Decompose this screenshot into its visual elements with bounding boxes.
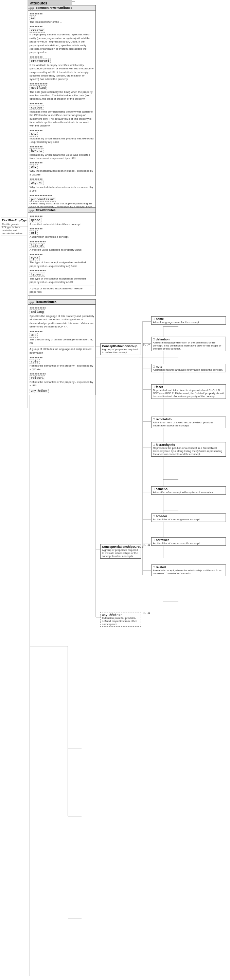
field-qcode: ▪▪▪▪▪▪▪▪ qcode A qualified code which id… [30,215,94,226]
definition-field: definition [155,338,170,341]
concept-def-multiplicity: 0..∞ [143,343,150,346]
field-xmllang-name: xmllang [30,309,45,314]
broader-desc: An identifier of a more general concept. [153,518,224,521]
same-as-box: □ sameAs A identifier of a concept with … [151,486,226,495]
narrower-icon: □ [153,538,155,542]
remote-info-icon: □ [153,418,155,421]
field-id-name: id [30,15,36,20]
remote-info-field: remoteInfo [155,418,171,421]
flex-attributes-content: ▪▪▪▪▪▪▪▪ qcode A qualified code which id… [28,213,95,296]
remote-info-box: □ remoteInfo A link to an item or a web … [151,417,226,428]
broader-icon: □ [153,514,155,518]
field-creator: ▪▪▪▪▪▪▪▪ creator If the property value i… [30,25,94,54]
field-roleuri: ▪▪▪▪▪▪▪▪▪▪ roleuri Refines the semantics… [30,372,94,388]
field-howuri-name: howuri [30,148,43,153]
field-dir-desc: The directionality of textual content (e… [30,338,94,345]
flex1-title: Flex1RolePropType [2,219,26,222]
flex1-role-prop-type-label: Flex1RolePropType Flexible generic PCLty… [1,218,27,236]
field-uri: ▪▪▪▪▪▪▪▪ uri A URI which identifies a co… [30,227,94,239]
flex1-desc: Flexible generic PCLtype for both contro… [2,223,26,235]
same-as-field: sameAs [155,487,168,491]
narrower-desc: An identifier of a more specific concept… [153,542,224,545]
hierarchy-info-field: hierarchyInfo [155,443,175,447]
field-modified-name: modified [30,85,47,90]
broader-field: broader [155,514,167,518]
field-type-desc: The type of the concept assigned as cont… [30,261,94,268]
any-other-bottom-box: any ##other Extension point for provider… [100,612,141,627]
field-whyuri-desc: Why the metadata has been included - exp… [30,186,94,193]
hierarchy-info-box: □ hierarchyInfo Represents the position … [151,442,226,457]
definition-desc: A natural language definition of the sem… [153,341,224,350]
field-whyuri-name: whyuri [30,181,43,185]
title-text: attributes [30,1,47,5]
any-other-bottom-name: any ##other [102,613,139,617]
field-creatoruri: ▪▪▪▪▪▪▪▪ creatoruri If the attribute is … [30,56,94,81]
same-as-icon: □ [153,487,155,491]
field-modified-desc: The date (and optionally the time) when … [30,91,94,101]
concept-rel-multiplicity: 0..∞ [143,543,150,547]
field-uri-desc: A URI which identifies a concept. [30,235,94,239]
flex-attributes-title: grp flexAttributes [28,208,95,213]
field-how: ▪▪▪▪▪▪▪▪ how Indicates by which means th… [30,129,94,144]
field-role: ▪▪▪▪▪▪▪▪ role Refines the semantics of t… [30,356,94,371]
field-custom-desc: Indicates if the corresponding property … [30,110,94,128]
concept-definition-group-connector: ConceptDefinitionGroup A group of proper… [100,344,141,355]
field-role-name: role [30,359,40,364]
i18n-bottom-desc: A group of attributes for language and s… [30,346,94,355]
related-icon: □ [153,565,155,569]
field-id: ▪▪▪▪▪▪▪▪ id The local identifier of the … [30,12,94,24]
field-why: ▪▪▪▪▪▪▪▪ why Why the metadata has been i… [30,161,94,177]
facet-field: facet [155,385,163,389]
hierarchy-info-icon: □ [153,443,155,447]
field-creatoruri-desc: If the attribute is empty, specifies whi… [30,64,94,81]
field-typeuri-name: typeuri [30,272,45,277]
any-other-multiplicity: 0..∞ [143,611,150,615]
remote-info-desc: A link to an item or a web resource whic… [153,421,224,427]
field-creator-desc: If the property value is not defined, sp… [30,33,94,54]
name-field: name [155,317,164,321]
i18n-attributes-title-text: i18nAttributes [36,300,56,304]
field-custom-name: custom [30,105,43,110]
field-pubconstraint-name: pubconstraint [30,197,56,202]
field-xmllang: ▪▪▪▪▪▪▪▪▪▪ xmllang Specifies the languag… [30,306,94,329]
name-icon: □ [153,317,155,321]
field-dir: ▪▪▪▪▪▪▪▪ dir The directionality of textu… [30,330,94,345]
flex-attributes-title-text: flexAttributes [36,208,56,212]
concept-relationships-group-connector: ConceptRelationshipsGroup A group of pro… [100,544,141,559]
field-literal-name: literal [30,243,45,248]
field-xmllang-desc: Specifies the language of this property … [30,315,94,329]
narrower-box: □ narrower An identifier of a more speci… [151,537,226,546]
broader-box: □ broader An identifier of a more genera… [151,514,226,522]
definition-icon: □ [153,338,155,341]
field-roleuri-name: roleuri [30,375,45,380]
definition-box: □ definition A natural language definiti… [151,337,226,351]
field-typeuri-desc: The type of the concept assigned as cont… [30,277,94,284]
field-qcode-desc: A qualified code which identifies a conc… [30,223,94,226]
field-typeuri: ▪▪▪▪▪▪▪▪▪▪ typeuri The type of the conce… [30,269,94,284]
field-whyuri: ▪▪▪▪▪▪▪▪ whyuri Why the metadata has bee… [30,178,94,193]
field-creator-name: creator [30,28,45,33]
narrower-field: narrower [155,538,169,542]
any-other-bottom-desc: Extension point for provider-defined pro… [102,617,139,626]
field-type: ▪▪▪▪▪▪▪▪ type The type of the concept as… [30,253,94,268]
field-uri-name: uri [30,230,38,235]
common-power-title-text: commonPowerAttributes [36,6,72,10]
field-why-desc: Why the metadata has been included - exp… [30,169,94,177]
name-box: □ name A local language name for the con… [151,316,226,325]
field-custom: ▪▪▪▪▪▪▪▪ custom Indicates if the corresp… [30,102,94,128]
i18n-attributes-content: ▪▪▪▪▪▪▪▪▪▪ xmllang Specifies the languag… [28,305,95,395]
field-roleuri-desc: Refines the semantics of the property - … [30,380,94,388]
concept-rel-desc: A group of properties required to indica… [102,549,139,558]
field-qcode-name: qcode [30,218,41,223]
i18n-attributes-box: grp i18nAttributes ▪▪▪▪▪▪▪▪▪▪ xmllang Sp… [28,299,96,395]
field-modified: ▪▪▪▪▪▪▪▪▪▪▪ modified The date (and optio… [30,82,94,101]
related-box: □ related A related concept, where the r… [151,565,226,576]
name-desc: A local language name for the concept. [153,321,224,324]
field-any-other: any #other [30,389,94,393]
i18n-attributes-title: grp i18nAttributes [28,299,95,305]
common-power-title: grp commonPowerAttributes [28,5,95,11]
note-desc: Additional natural language information … [153,368,224,371]
note-field: note [155,365,162,368]
field-type-name: type [30,256,40,261]
field-how-name: how [30,132,38,137]
